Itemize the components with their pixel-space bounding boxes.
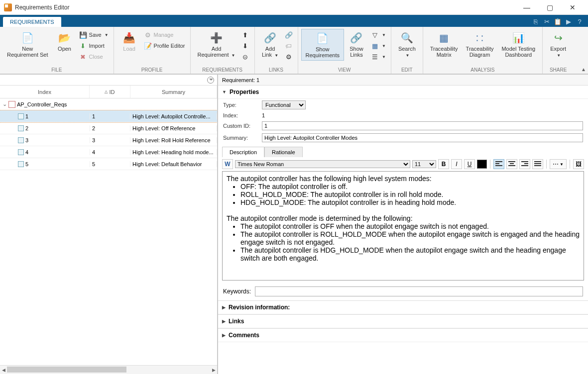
align-left-button[interactable] <box>493 159 504 169</box>
tab-requirements[interactable]: REQUIREMENTS <box>3 17 61 27</box>
tab-strip: REQUIREMENTS ⎘ ✂ 📋 ▶ ? <box>0 15 588 27</box>
link-btn-3[interactable]: ⚙ <box>283 52 295 62</box>
view-opt-button[interactable]: ☰▼ <box>369 52 388 62</box>
window-title: Requirements Editor <box>15 4 69 11</box>
requirement-icon <box>18 125 24 131</box>
import-button[interactable]: ⬇Import <box>77 41 111 51</box>
align-center-button[interactable] <box>506 159 517 169</box>
export-button[interactable]: ↪ Export▼ <box>546 29 571 60</box>
requirement-header: Requirement: 1 <box>218 75 588 86</box>
summary-label: Summary: <box>223 135 258 141</box>
description-editor[interactable]: The autopilot controller has the followi… <box>222 171 584 280</box>
tree-row[interactable]: 22High Level: Off Reference <box>0 122 217 134</box>
add-link-button[interactable]: 🔗 Add Link ▼ <box>258 29 283 60</box>
tree-row[interactable]: 44High Level: Heading hold mode... <box>0 146 217 158</box>
color-button[interactable] <box>477 160 487 169</box>
show-links-button[interactable]: 🔗 Show Links <box>344 29 369 60</box>
load-profile-button[interactable]: 📥Load <box>117 29 142 54</box>
requirement-icon <box>18 161 24 167</box>
ribbon: 📄 New Requirement Set 📂 Open 💾Save▼ ⬇Imp… <box>0 27 588 75</box>
index-label: Index: <box>223 112 258 118</box>
manage-profile-button[interactable]: ⚙Manage <box>142 30 187 40</box>
maximize-button[interactable]: ▢ <box>538 0 561 15</box>
title-bar: Requirements Editor ― ▢ ✕ <box>0 0 588 15</box>
demote-button[interactable]: ⬇ <box>239 41 251 51</box>
section-comments[interactable]: ▶Comments <box>218 328 588 342</box>
tree-options-icon[interactable] <box>207 77 214 84</box>
summary-input[interactable] <box>262 133 583 142</box>
traceability-matrix-button[interactable]: ▦ Traceability Matrix <box>426 29 462 60</box>
horizontal-scrollbar[interactable]: ◀ ▶ <box>0 365 217 374</box>
word-icon[interactable]: W <box>222 159 233 169</box>
group-links-label: LINKS <box>258 66 295 74</box>
group-share-label: SHARE <box>546 66 571 74</box>
align-justify-button[interactable] <box>532 159 543 169</box>
filter-button[interactable]: ▽▼ <box>369 30 388 40</box>
group-profile-label: PROFILE <box>117 66 187 74</box>
copy-icon[interactable]: ⎘ <box>530 16 541 27</box>
tree-header: Index △ ID Summary <box>0 86 217 98</box>
close-button[interactable]: ✕ <box>561 0 584 15</box>
cut-icon[interactable]: ✂ <box>541 16 552 27</box>
customid-label: Custom ID: <box>223 123 258 129</box>
delete-req-button[interactable]: ⊝ <box>239 52 251 62</box>
tab-description[interactable]: Description <box>222 147 264 157</box>
requirement-icon <box>18 149 24 155</box>
group-analysis-label: ANALYSIS <box>426 66 539 74</box>
app-icon <box>4 3 12 11</box>
profile-editor-button[interactable]: 📝Profile Editor <box>142 41 187 51</box>
underline-button[interactable]: U <box>464 159 475 169</box>
image-button[interactable]: 🖼 <box>573 159 584 169</box>
customid-input[interactable] <box>262 121 583 130</box>
group-edit-label: EDIT <box>394 66 420 74</box>
close-file-button[interactable]: ✖Close <box>77 52 111 62</box>
keywords-label: Keywords: <box>223 288 251 295</box>
requirement-icon <box>18 113 24 119</box>
reqset-icon <box>8 101 15 108</box>
fontsize-select[interactable]: 11 <box>412 160 436 168</box>
rte-toolbar: W Times New Roman 11 B I U ⋯ ▼ 🖼 <box>222 159 584 169</box>
align-right-button[interactable] <box>519 159 530 169</box>
list-button[interactable]: ⋯ ▼ <box>550 159 567 169</box>
collapse-ribbon-icon[interactable]: ▴ <box>582 66 585 73</box>
tree-root-row[interactable]: ⌄AP_Controller_Reqs <box>0 98 217 110</box>
col-index[interactable]: Index <box>0 86 90 98</box>
bold-button[interactable]: B <box>438 159 449 169</box>
type-select[interactable]: Functional <box>262 100 306 109</box>
tree-row[interactable]: 55High Level: Default Behavior <box>0 158 217 170</box>
new-requirement-set-button[interactable]: 📄 New Requirement Set <box>3 29 52 60</box>
tree-row[interactable]: 33High Level: Roll Hold Reference <box>0 134 217 146</box>
group-view-label: VIEW <box>301 66 388 74</box>
link-btn-1[interactable]: 🔗 <box>283 30 295 40</box>
paste-icon[interactable]: 📋 <box>552 16 563 27</box>
col-id[interactable]: △ ID <box>90 86 130 98</box>
group-file-label: FILE <box>3 66 111 74</box>
promote-button[interactable]: ⬆ <box>239 30 251 40</box>
keywords-input[interactable] <box>255 286 583 296</box>
run-icon[interactable]: ▶ <box>563 16 574 27</box>
open-button[interactable]: 📂 Open <box>52 29 77 54</box>
index-value: 1 <box>262 112 265 118</box>
requirements-tree-pane: Index △ ID Summary ⌄AP_Controller_Reqs 1… <box>0 75 218 374</box>
model-testing-dashboard-button[interactable]: 📊 Model Testing Dashboard <box>497 29 539 60</box>
tab-rationale[interactable]: Rationale <box>264 147 302 157</box>
tree-row[interactable]: 11High Level: Autopilot Controlle... <box>0 110 217 122</box>
section-revision[interactable]: ▶Revision information: <box>218 300 588 314</box>
add-requirement-button[interactable]: ➕ Add Requirement ▼ <box>194 29 239 60</box>
italic-button[interactable]: I <box>451 159 462 169</box>
detail-pane: Requirement: 1 ▼Properties Type: Functio… <box>218 75 588 374</box>
traceability-diagram-button[interactable]: ⸬ Traceability Diagram <box>462 29 498 60</box>
font-select[interactable]: Times New Roman <box>235 160 410 168</box>
section-properties[interactable]: ▼Properties <box>218 86 588 99</box>
link-btn-2[interactable]: 🏷 <box>283 41 295 51</box>
tree-body: ⌄AP_Controller_Reqs 11High Level: Autopi… <box>0 98 217 365</box>
search-button[interactable]: 🔍 Search▼ <box>394 29 420 60</box>
save-button[interactable]: 💾Save▼ <box>77 30 111 40</box>
section-links[interactable]: ▶Links <box>218 314 588 328</box>
col-summary[interactable]: Summary <box>130 86 217 98</box>
minimize-button[interactable]: ― <box>515 0 538 15</box>
group-requirements-label: REQUIREMENTS <box>194 66 251 74</box>
columns-button[interactable]: ▦▼ <box>369 41 388 51</box>
help-icon[interactable]: ? <box>574 16 585 27</box>
show-requirements-button[interactable]: 📄 Show Requirements <box>301 29 344 61</box>
